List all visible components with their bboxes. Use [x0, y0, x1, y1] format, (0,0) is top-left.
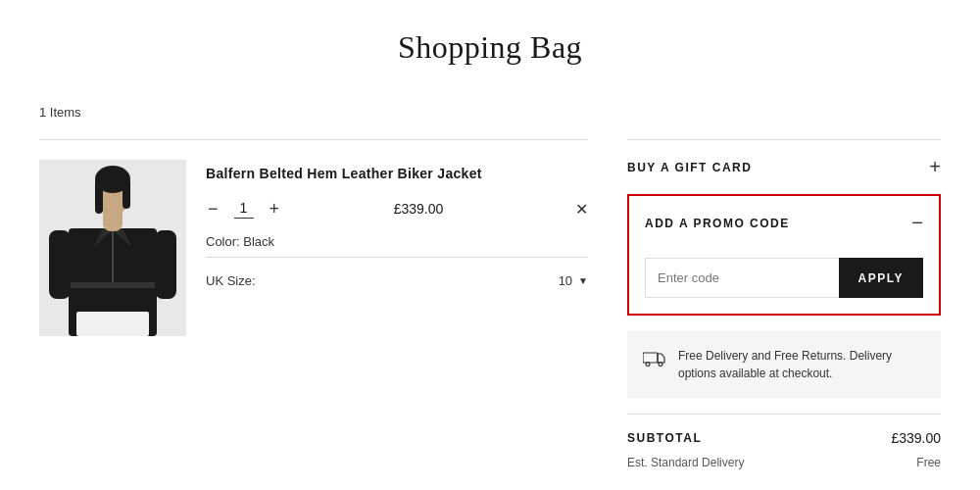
delivery-text: Free Delivery and Free Returns. Delivery…: [678, 347, 925, 382]
quantity-value: 1: [234, 200, 254, 219]
color-value: Black: [243, 234, 274, 249]
quantity-row: − 1 + £339.00 ✕: [206, 200, 588, 219]
right-section: BUY A GIFT CARD + ADD A PROMO CODE − APP…: [627, 139, 941, 469]
product-name: Balfern Belted Hem Leather Biker Jacket: [206, 165, 588, 184]
apply-promo-button[interactable]: APPLY: [839, 258, 923, 298]
product-details: Balfern Belted Hem Leather Biker Jacket …: [206, 160, 588, 336]
svg-rect-10: [95, 179, 103, 214]
svg-rect-4: [69, 282, 157, 288]
left-section: Balfern Belted Hem Leather Biker Jacket …: [39, 139, 588, 356]
color-row: Color: Black: [206, 234, 588, 258]
remove-item-button[interactable]: ✕: [575, 200, 588, 219]
main-content: Balfern Belted Hem Leather Biker Jacket …: [39, 139, 941, 469]
color-label: Color:: [206, 234, 240, 249]
page-title: Shopping Bag: [39, 29, 941, 66]
svg-rect-14: [643, 353, 658, 363]
standard-delivery-label: Est. Standard Delivery: [627, 456, 744, 469]
page-container: Shopping Bag 1 Items: [0, 0, 980, 490]
svg-rect-13: [155, 230, 176, 299]
truck-icon: [643, 349, 666, 369]
items-count: 1 Items: [39, 105, 941, 120]
svg-rect-6: [76, 312, 149, 336]
gift-card-label: BUY A GIFT CARD: [627, 161, 752, 174]
promo-header: ADD A PROMO CODE −: [645, 212, 923, 234]
size-row: UK Size: 10 ▼: [206, 266, 588, 288]
size-dropdown[interactable]: 10 ▼: [559, 273, 588, 288]
quantity-increase-button[interactable]: +: [268, 200, 282, 218]
product-price: £339.00: [394, 201, 444, 217]
standard-delivery-row: Est. Standard Delivery Free: [627, 456, 941, 469]
gift-card-expand-icon: +: [929, 156, 941, 178]
standard-delivery-value: Free: [916, 456, 941, 469]
svg-marker-15: [658, 354, 664, 363]
cart-item: Balfern Belted Hem Leather Biker Jacket …: [39, 139, 588, 356]
promo-collapse-icon[interactable]: −: [911, 212, 923, 234]
promo-input-row: APPLY: [645, 258, 923, 298]
subtotal-section: SUBTOTAL £339.00 Est. Standard Delivery …: [627, 414, 941, 469]
gift-card-panel: BUY A GIFT CARD +: [627, 139, 941, 194]
subtotal-label: SUBTOTAL: [627, 431, 702, 445]
quantity-controls: − 1 +: [206, 200, 281, 219]
svg-rect-11: [122, 179, 130, 209]
subtotal-row: SUBTOTAL £339.00: [627, 430, 941, 446]
subtotal-value: £339.00: [891, 430, 941, 446]
chevron-down-icon: ▼: [578, 275, 588, 286]
svg-rect-12: [49, 230, 71, 299]
quantity-decrease-button[interactable]: −: [206, 200, 220, 218]
size-label: UK Size:: [206, 273, 256, 288]
product-image: [39, 160, 186, 336]
delivery-banner: Free Delivery and Free Returns. Delivery…: [627, 331, 941, 398]
promo-code-label: ADD A PROMO CODE: [645, 217, 790, 230]
promo-code-input[interactable]: [645, 258, 839, 298]
promo-code-panel: ADD A PROMO CODE − APPLY: [627, 194, 941, 316]
gift-card-header[interactable]: BUY A GIFT CARD +: [627, 156, 941, 178]
size-value: 10: [559, 273, 572, 288]
